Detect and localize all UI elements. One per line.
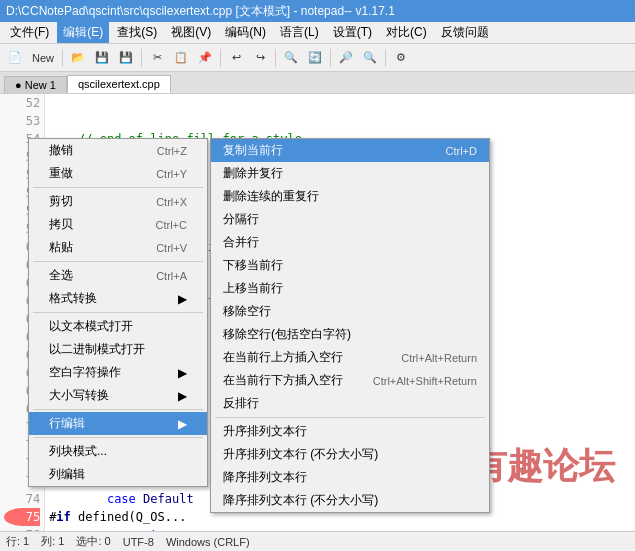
edit-sep-1	[33, 187, 203, 188]
menu-encode[interactable]: 编码(N)	[219, 22, 272, 43]
edit-sep-5	[33, 437, 203, 438]
toolbar-sep-2	[141, 49, 142, 67]
edit-sep-3	[33, 312, 203, 313]
edit-line-edit[interactable]: 行编辑 ▶	[29, 412, 207, 435]
menu-lang[interactable]: 语言(L)	[274, 22, 325, 43]
submenu-remove-empty-ws[interactable]: 移除空行(包括空白字符)	[211, 323, 489, 346]
status-bar: 行: 1 列: 1 选中: 0 UTF-8 Windows (CRLF)	[0, 531, 635, 551]
menu-find[interactable]: 查找(S)	[111, 22, 163, 43]
edit-cut[interactable]: 剪切 Ctrl+X	[29, 190, 207, 213]
edit-selectall[interactable]: 全选 Ctrl+A	[29, 264, 207, 287]
title-text: D:\CCNotePad\qscint\src\qscilexertext.cp…	[6, 3, 395, 20]
find-button[interactable]: 🔍	[280, 47, 302, 69]
tab-current-file[interactable]: qscilexertext.cpp	[67, 75, 171, 93]
save-button[interactable]: 💾	[91, 47, 113, 69]
line-53: 53	[4, 112, 40, 130]
line-76: 76	[4, 526, 40, 531]
menu-file[interactable]: 文件(F)	[4, 22, 55, 43]
submenu-reverse[interactable]: 反排行	[211, 392, 489, 415]
new-button[interactable]: 📄	[4, 47, 26, 69]
submenu-split-line[interactable]: 分隔行	[211, 208, 489, 231]
copy-button[interactable]: 📋	[170, 47, 192, 69]
toolbar-sep-5	[330, 49, 331, 67]
zoom-out-button[interactable]: 🔍	[359, 47, 381, 69]
menu-view[interactable]: 视图(V)	[165, 22, 217, 43]
submenu-move-down[interactable]: 下移当前行	[211, 254, 489, 277]
line-74: 74	[4, 490, 40, 508]
toolbar-sep-3	[220, 49, 221, 67]
open-button[interactable]: 📂	[67, 47, 89, 69]
editor-area: 52 53 54 55 56 57 58 59 60 61 62 63 64 6…	[0, 94, 635, 531]
toolbar-new-label[interactable]: New	[28, 47, 58, 69]
menu-compare[interactable]: 对比(C)	[380, 22, 433, 43]
code-line-76: return s...	[49, 526, 631, 531]
edit-format-convert[interactable]: 格式转换 ▶	[29, 287, 207, 310]
submenu-sep-1	[215, 417, 485, 418]
submenu-sort-asc-ci[interactable]: 升序排列文本行 (不分大小写)	[211, 443, 489, 466]
title-bar: D:\CCNotePad\qscint\src\qscilexertext.cp…	[0, 0, 635, 22]
menu-settings[interactable]: 设置(T)	[327, 22, 378, 43]
zoom-in-button[interactable]: 🔎	[335, 47, 357, 69]
submenu-remove-empty[interactable]: 移除空行	[211, 300, 489, 323]
edit-whitespace[interactable]: 空白字符操作 ▶	[29, 361, 207, 384]
edit-open-binary[interactable]: 以二进制模式打开	[29, 338, 207, 361]
line-75: 75	[4, 508, 40, 526]
edit-undo[interactable]: 撤销 Ctrl+Z	[29, 139, 207, 162]
edit-redo[interactable]: 重做 Ctrl+Y	[29, 162, 207, 185]
edit-sep-4	[33, 409, 203, 410]
edit-sep-2	[33, 261, 203, 262]
edit-menu[interactable]: 撤销 Ctrl+Z 重做 Ctrl+Y 剪切 Ctrl+X 拷贝 Ctrl+C …	[28, 138, 208, 487]
submenu-merge-line[interactable]: 合并行	[211, 231, 489, 254]
status-line-ending: Windows (CRLF)	[166, 536, 250, 548]
toolbar-sep-1	[62, 49, 63, 67]
cut-button[interactable]: ✂	[146, 47, 168, 69]
code-line-52	[49, 94, 631, 112]
toolbar-sep-4	[275, 49, 276, 67]
submenu-move-up[interactable]: 上移当前行	[211, 277, 489, 300]
submenu-sort-desc-ci[interactable]: 降序排列文本行 (不分大小写)	[211, 489, 489, 512]
submenu-sort-desc[interactable]: 降序排列文本行	[211, 466, 489, 489]
submenu-copy-line[interactable]: 复制当前行 Ctrl+D	[211, 139, 489, 162]
paste-button[interactable]: 📌	[194, 47, 216, 69]
menu-edit[interactable]: 编辑(E)	[57, 22, 109, 43]
code-line-53	[49, 112, 631, 130]
undo-button[interactable]: ↩	[225, 47, 247, 69]
edit-case[interactable]: 大小写转换 ▶	[29, 384, 207, 407]
save-all-button[interactable]: 💾	[115, 47, 137, 69]
submenu-sort-asc[interactable]: 升序排列文本行	[211, 420, 489, 443]
submenu-insert-below[interactable]: 在当前行下方插入空行 Ctrl+Alt+Shift+Return	[211, 369, 489, 392]
submenu-insert-above[interactable]: 在当前行上方插入空行 Ctrl+Alt+Return	[211, 346, 489, 369]
replace-button[interactable]: 🔄	[304, 47, 326, 69]
status-selected: 选中: 0	[76, 534, 110, 549]
menu-feedback[interactable]: 反馈问题	[435, 22, 495, 43]
settings-button[interactable]: ⚙	[390, 47, 412, 69]
status-encoding: UTF-8	[123, 536, 154, 548]
submenu-delete-dup[interactable]: 删除连续的重复行	[211, 185, 489, 208]
edit-column-edit[interactable]: 列编辑	[29, 463, 207, 486]
toolbar-sep-6	[385, 49, 386, 67]
submenu-delete-copy[interactable]: 删除并复行	[211, 162, 489, 185]
edit-paste[interactable]: 粘贴 Ctrl+V	[29, 236, 207, 259]
status-row: 行: 1	[6, 534, 29, 549]
tab-new1[interactable]: ● New 1	[4, 76, 67, 93]
redo-button[interactable]: ↪	[249, 47, 271, 69]
tab-bar: ● New 1 qscilexertext.cpp	[0, 72, 635, 94]
tab-new1-label: ● New 1	[15, 79, 56, 91]
edit-copy[interactable]: 拷贝 Ctrl+C	[29, 213, 207, 236]
tab-current-label: qscilexertext.cpp	[78, 78, 160, 90]
toolbar: 📄 New 📂 💾 💾 ✂ 📋 📌 ↩ ↪ 🔍 🔄 🔎 🔍 ⚙	[0, 44, 635, 72]
status-col: 列: 1	[41, 534, 64, 549]
edit-open-text[interactable]: 以文本模式打开	[29, 315, 207, 338]
line-submenu[interactable]: 复制当前行 Ctrl+D 删除并复行 删除连续的重复行 分隔行 合并行 下移当前…	[210, 138, 490, 513]
edit-column-mode[interactable]: 列块模式...	[29, 440, 207, 463]
line-52: 52	[4, 94, 40, 112]
menu-bar: 文件(F) 编辑(E) 查找(S) 视图(V) 编码(N) 语言(L) 设置(T…	[0, 22, 635, 44]
